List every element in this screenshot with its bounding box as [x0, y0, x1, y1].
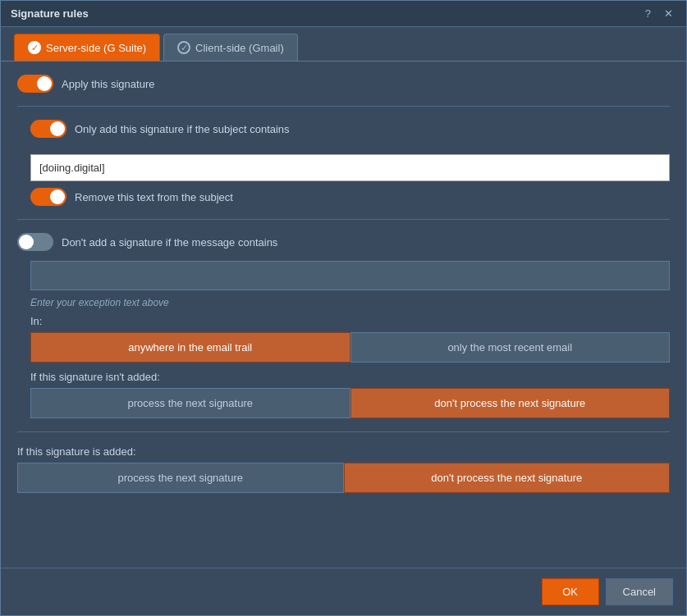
- title-bar-left: Signature rules: [11, 7, 89, 20]
- message-condition-row: Don't add a signature if the message con…: [17, 233, 670, 251]
- tab-server-side[interactable]: ✓ Server-side (G Suite): [14, 34, 160, 61]
- exception-helper: Enter your exception text above: [30, 297, 670, 308]
- apply-signature-toggle[interactable]: [17, 75, 53, 93]
- anywhere-option[interactable]: anywhere in the email trail: [30, 332, 350, 363]
- server-side-tab-icon: ✓: [28, 41, 41, 54]
- subject-condition-label: Only add this signature if the subject c…: [75, 123, 290, 135]
- server-side-tab-label: Server-side (G Suite): [46, 42, 146, 54]
- if-added-group: process the next signature don't process…: [17, 463, 670, 493]
- client-side-tab-icon: ✓: [177, 41, 190, 54]
- process-next-option[interactable]: process the next signature: [30, 388, 350, 418]
- subject-input[interactable]: [30, 154, 670, 181]
- message-condition-toggle[interactable]: [17, 233, 53, 251]
- subject-condition-section: Only add this signature if the subject c…: [17, 120, 670, 206]
- dialog-footer: OK Cancel: [1, 568, 686, 615]
- remove-text-toggle[interactable]: [30, 188, 66, 206]
- message-condition-slider: [17, 233, 53, 251]
- client-side-tab-label: Client-side (Gmail): [195, 42, 284, 54]
- dont-process-option[interactable]: don't process the next signature: [350, 388, 671, 418]
- dialog-content: Apply this signature Only add this signa…: [1, 62, 686, 568]
- if-not-added-group: process the next signature don't process…: [30, 388, 670, 418]
- remove-text-label: Remove this text from the subject: [75, 191, 233, 203]
- message-condition-section: Don't add a signature if the message con…: [17, 233, 670, 418]
- remove-text-slider: [30, 188, 66, 206]
- in-label: In:: [30, 315, 670, 327]
- in-options-group: anywhere in the email trail only the mos…: [30, 332, 670, 363]
- apply-signature-slider: [17, 75, 53, 93]
- process-next-2-option[interactable]: process the next signature: [17, 463, 344, 493]
- exception-input[interactable]: [30, 261, 670, 290]
- apply-signature-label: Apply this signature: [62, 78, 154, 90]
- signature-rules-dialog: Signature rules ? ✕ ✓ Server-side (G Sui…: [0, 0, 687, 616]
- ok-button[interactable]: OK: [542, 578, 599, 605]
- close-button[interactable]: ✕: [661, 6, 676, 21]
- apply-signature-section: Apply this signature: [17, 75, 670, 93]
- exception-area: Enter your exception text above In: anyw…: [17, 261, 670, 418]
- divider-2: [17, 219, 670, 220]
- recent-option[interactable]: only the most recent email: [350, 332, 671, 363]
- if-added-section: If this signature is added: process the …: [17, 445, 670, 493]
- dont-process-2-option[interactable]: don't process the next signature: [344, 463, 671, 493]
- tabs-bar: ✓ Server-side (G Suite) ✓ Client-side (G…: [1, 27, 686, 62]
- cancel-button[interactable]: Cancel: [606, 578, 673, 605]
- tab-client-side[interactable]: ✓ Client-side (Gmail): [163, 34, 298, 61]
- subject-condition-toggle[interactable]: [30, 120, 66, 138]
- subject-condition-row: Only add this signature if the subject c…: [30, 120, 670, 138]
- if-not-added-label: If this signature isn't added:: [30, 371, 670, 383]
- title-bar-right: ? ✕: [642, 6, 676, 21]
- divider-3: [17, 431, 670, 432]
- message-condition-label: Don't add a signature if the message con…: [62, 236, 277, 249]
- subject-condition-slider: [30, 120, 66, 138]
- title-bar: Signature rules ? ✕: [1, 1, 686, 27]
- divider-1: [17, 106, 670, 107]
- help-button[interactable]: ?: [642, 6, 654, 21]
- if-added-label: If this signature is added:: [17, 445, 670, 458]
- dialog-title: Signature rules: [11, 7, 89, 20]
- remove-text-row: Remove this text from the subject: [30, 188, 670, 206]
